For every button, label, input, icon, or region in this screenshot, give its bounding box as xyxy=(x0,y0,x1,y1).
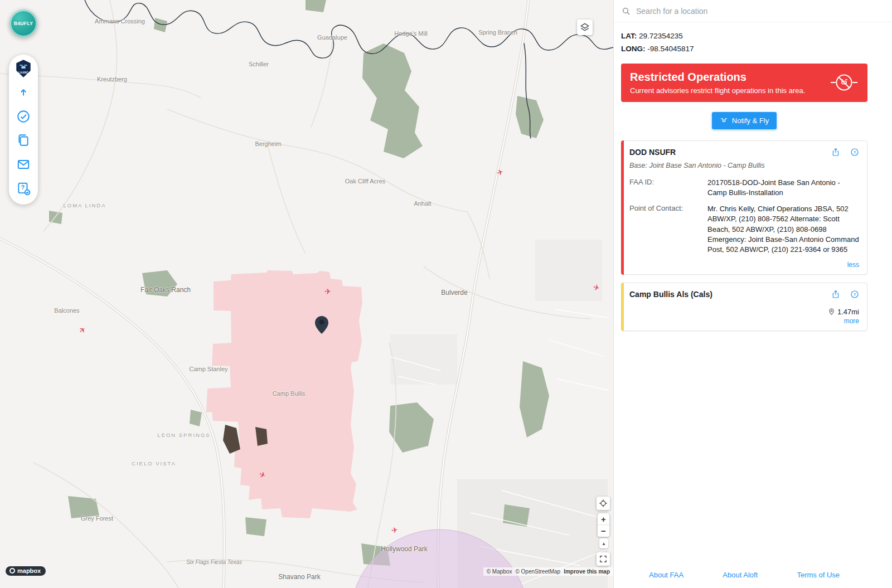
svg-text:?: ? xyxy=(854,150,856,155)
longitude-row: LONG: -98.54045817 xyxy=(621,43,867,56)
location-pin-icon xyxy=(828,308,835,315)
card-title: DOD NSUFR xyxy=(629,148,676,157)
map-graphics xyxy=(0,0,613,588)
layers-button[interactable] xyxy=(15,132,32,149)
alert-message: Current advisories restrict flight opera… xyxy=(630,86,805,95)
search-input[interactable] xyxy=(636,7,884,16)
notify-and-fly-button[interactable]: Notify & Fly xyxy=(712,112,777,129)
svg-text:?: ? xyxy=(854,292,856,297)
map-attribution: © Mapbox © OpenStreetMap Improve this ma… xyxy=(483,567,613,576)
envelope-icon xyxy=(16,157,31,172)
collapse-link[interactable]: less xyxy=(629,261,859,269)
mapbox-logo-text: mapbox xyxy=(17,567,41,574)
zoom-out-button[interactable]: − xyxy=(598,525,609,537)
messages-button[interactable] xyxy=(15,156,32,173)
share-button[interactable] xyxy=(831,148,840,157)
distance-readout: 1.47mi xyxy=(629,308,859,316)
logo-label: B4UFLY xyxy=(14,21,33,26)
long-value: -98.54045817 xyxy=(647,45,694,53)
check-circle-icon xyxy=(16,109,31,124)
mapbox-logo-icon xyxy=(9,568,15,574)
panel-footer: About FAAAbout AloftTerms of Use xyxy=(621,563,867,588)
faa-id-value: 20170518-DOD-Joint Base San Antonio - Ca… xyxy=(707,178,859,198)
restricted-operations-banner: Restricted Operations Current advisories… xyxy=(621,64,867,102)
lat-label: LAT: xyxy=(621,32,637,40)
panel-content: LAT: 29.72354235 LONG: -98.54045817 Rest… xyxy=(614,22,892,588)
no-drone-icon xyxy=(830,71,859,94)
mapbox-logo[interactable]: mapbox xyxy=(6,566,46,576)
layers-diamond-icon xyxy=(579,22,590,33)
poc-label: Point of Contact: xyxy=(629,204,707,255)
laanc-label: LAANC xyxy=(18,71,28,74)
basemap-toggle-button[interactable] xyxy=(577,20,593,35)
osm-attribution-link[interactable]: © OpenStreetMap xyxy=(515,568,560,575)
layers-icon xyxy=(16,133,31,148)
help-button[interactable]: ? xyxy=(15,180,32,197)
share-button[interactable] xyxy=(831,290,840,299)
base-subtitle: Base: Joint Base San Antonio - Camp Bull… xyxy=(629,162,859,169)
distance-value: 1.47mi xyxy=(837,308,859,316)
faa-id-label: FAA ID: xyxy=(629,178,707,198)
improve-map-link[interactable]: Improve this map xyxy=(564,568,610,575)
poc-value: Mr. Chris Kelly, Chief Operations JBSA, … xyxy=(707,204,859,255)
question-circle-icon: ? xyxy=(850,148,859,157)
b4ufly-logo-button[interactable]: B4UFLY xyxy=(9,9,37,37)
compass-button[interactable]: ▲ xyxy=(599,538,608,548)
share-icon xyxy=(831,148,840,157)
fullscreen-icon xyxy=(599,555,607,563)
search-bar xyxy=(614,0,892,22)
zoom-control: + − xyxy=(598,513,609,537)
question-circle-icon: ? xyxy=(850,290,859,299)
arrow-up-circle-icon xyxy=(16,85,31,100)
drone-icon xyxy=(720,116,728,125)
help-button[interactable]: ? xyxy=(850,290,859,299)
footer-link[interactable]: About Aloft xyxy=(723,571,758,579)
restricted-area-polygon xyxy=(206,270,362,518)
notify-and-fly-label: Notify & Fly xyxy=(732,116,769,125)
search-icon xyxy=(622,7,631,16)
locate-icon xyxy=(599,499,608,508)
share-icon xyxy=(831,290,840,299)
submit-flight-button[interactable] xyxy=(15,84,32,101)
help-check-icon: ? xyxy=(16,181,31,196)
footer-link[interactable]: About FAA xyxy=(649,571,683,579)
map-pin-marker[interactable] xyxy=(314,315,329,337)
expand-link[interactable]: more xyxy=(629,317,859,325)
card-title: Camp Bullis Als (Cals) xyxy=(629,290,712,299)
help-button[interactable]: ? xyxy=(850,148,859,157)
footer-link[interactable]: Terms of Use xyxy=(797,571,840,579)
locate-me-button[interactable] xyxy=(597,497,610,510)
latitude-row: LAT: 29.72354235 xyxy=(621,30,867,43)
fullscreen-button[interactable] xyxy=(597,552,610,566)
lat-value: 29.72354235 xyxy=(639,32,683,40)
b4ufly-app: Ammans CrossingGuadalupeHodge's MillSpri… xyxy=(0,0,892,588)
advisory-card-dod-nsufr: DOD NSUFR ? xyxy=(621,140,867,275)
coordinates-readout: LAT: 29.72354235 LONG: -98.54045817 xyxy=(621,30,867,56)
laanc-badge-icon: LAANC xyxy=(15,58,32,79)
info-panel: LAT: 29.72354235 LONG: -98.54045817 Rest… xyxy=(613,0,892,588)
map-canvas[interactable]: Ammans CrossingGuadalupeHodge's MillSpri… xyxy=(0,0,613,588)
left-toolbar: LAANC xyxy=(9,55,38,205)
check-status-button[interactable] xyxy=(15,108,32,125)
mapbox-attribution-link[interactable]: © Mapbox xyxy=(487,568,512,575)
svg-text:?: ? xyxy=(21,184,25,191)
advisory-card-camp-bullis: Camp Bullis Als (Cals) ? xyxy=(621,283,867,331)
zoom-in-button[interactable]: + xyxy=(598,513,609,525)
laanc-badge-button[interactable]: LAANC xyxy=(15,60,32,77)
long-label: LONG: xyxy=(621,45,646,53)
alert-title: Restricted Operations xyxy=(630,71,805,84)
